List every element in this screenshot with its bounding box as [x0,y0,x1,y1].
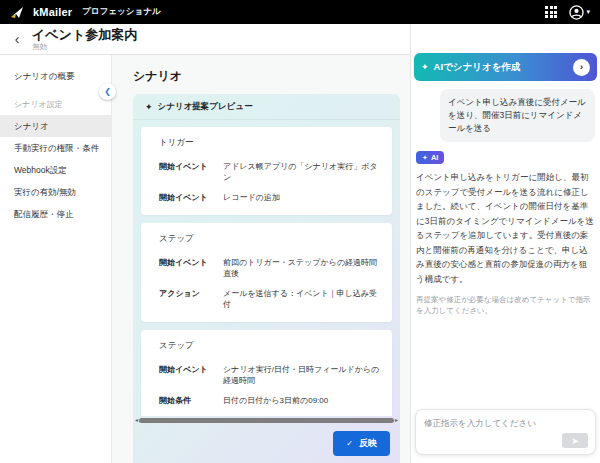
row-value: メールを送信する：イベント｜申し込み受付 [223,288,380,310]
collapse-panel-button[interactable]: › [573,59,590,76]
caret-down-icon: ▾ [586,8,590,16]
row-label: 開始イベント [159,192,223,203]
horizontal-scrollbar[interactable]: ◂ ▸ [133,416,400,425]
scroll-right-icon[interactable]: ▸ [395,416,398,425]
card-row: 開始条件 日付の日付から3日前の09:00 [159,395,380,406]
sidebar-collapse-button[interactable]: ❮ [99,83,116,100]
row-value: シナリオ実行/日付・日時フィールドからの経過時間 [223,364,380,386]
card-row: 開始イベント シナリオ実行/日付・日時フィールドからの経過時間 [159,364,380,386]
account-icon [569,5,584,20]
apps-grid-icon[interactable] [545,6,557,18]
top-app-bar: kMailer プロフェッショナル ▾ [0,0,600,24]
main-content: シナリオ ✦ シナリオ提案プレビュー トリガー 開始イベント アドレス帳アプリの… [112,55,410,463]
ai-assistant-panel: ✦ AIでシナリオを作成 › イベント申し込み直後に受付メールを送り、開催3日前… [410,24,600,463]
ai-panel-header[interactable]: ✦ AIでシナリオを作成 › [414,53,597,81]
card-row: 開始イベント アドレス帳アプリの「シナリオ実行」ボタン [159,161,380,183]
card-title: ステップ [159,340,380,352]
row-label: アクション [159,288,223,310]
row-value: アドレス帳アプリの「シナリオ実行」ボタン [223,161,380,183]
scrollbar-thumb[interactable] [139,418,394,423]
sidebar-item-exec-toggle[interactable]: 実行の有効/無効 [0,181,111,203]
row-value: レコードの追加 [223,192,280,203]
check-icon: ✓ [346,439,353,448]
send-icon: ➤ [571,436,579,446]
row-value: 前回のトリガー・ステップからの経過時間 直後 [223,257,377,279]
sidebar-item-scenario[interactable]: シナリオ [0,115,111,137]
chat-input-card: ➤ [415,409,596,455]
account-menu[interactable]: ▾ [569,5,590,20]
sidebar: シナリオの概要 シナリオ設定 シナリオ 手動実行の権限・条件 Webhook設定… [0,55,112,463]
scenario-preview-panel: ✦ シナリオ提案プレビュー トリガー 開始イベント アドレス帳アプリの「シナリオ… [133,94,400,463]
preview-panel-header: ✦ シナリオ提案プレビュー [133,94,400,120]
status-badge: 無効 [32,42,137,51]
apply-button[interactable]: ✓ 反映 [333,431,390,456]
apply-button-label: 反映 [359,437,377,450]
scenario-title: イベント参加案内 [32,28,137,42]
card-row: 開始イベント レコードの追加 [159,192,380,203]
brand-name: kMailer [33,6,72,18]
sidebar-item-webhook[interactable]: Webhook設定 [0,159,111,181]
ai-badge-label: AI [431,153,439,162]
row-label: 開始イベント [159,257,223,279]
sparkle-icon: ✦ [145,102,153,112]
step-card: ステップ 開始イベント シナリオ実行/日付・日時フィールドからの経過時間 開始条… [141,330,392,416]
preview-footer: ✓ 反映 [133,425,400,463]
user-message-bubble: イベント申し込み直後に受付メールを送り、開催3日前にリマインドメールを送る [440,89,595,142]
sidebar-item-delivery[interactable]: 配信履歴・停止 [0,203,111,225]
card-title: トリガー [159,137,380,149]
page-title: シナリオ [112,55,410,94]
plan-label: プロフェッショナル [82,6,160,18]
ai-panel-title: AIでシナリオを作成 [434,61,521,74]
scroll-left-icon[interactable]: ◂ [135,416,138,425]
sidebar-section-settings: シナリオ設定 [0,87,111,115]
preview-panel-title: シナリオ提案プレビュー [158,101,253,113]
card-row: 開始イベント 前回のトリガー・ステップからの経過時間 直後 [159,257,380,279]
preview-cards: トリガー 開始イベント アドレス帳アプリの「シナリオ実行」ボタン 開始イベント … [133,120,400,416]
sparkle-icon: ✦ [421,62,429,72]
card-title: ステップ [159,233,380,245]
ai-response-text: イベント申し込みをトリガーに開始し、最初のステップで受付メールを送る流れに修正し… [416,170,595,286]
chat-history: イベント申し込み直後に受付メールを送り、開催3日前にリマインドメールを送る ✦ … [414,81,597,403]
row-label: 開始イベント [159,364,223,386]
row-value: 日付の日付から3日前の09:00 [223,395,328,406]
card-row: アクション メールを送信する：イベント｜申し込み受付 [159,288,380,310]
trigger-card: トリガー 開始イベント アドレス帳アプリの「シナリオ実行」ボタン 開始イベント … [141,127,392,215]
send-button[interactable]: ➤ [562,433,588,448]
ai-badge: ✦ AI [416,151,444,164]
sidebar-item-overview[interactable]: シナリオの概要 [0,65,111,87]
sparkle-icon: ✦ [422,154,428,162]
kmailer-logo-icon [10,6,25,19]
sidebar-item-manual-exec[interactable]: 手動実行の権限・条件 [0,137,111,159]
row-label: 開始イベント [159,161,223,183]
step-card: ステップ 開始イベント 前回のトリガー・ステップからの経過時間 直後 アクション… [141,223,392,322]
ai-followup-note: 再提案や修正が必要な場合は改めてチャットで指示を入力してください。 [416,294,595,316]
row-label: 開始条件 [159,395,223,406]
back-button[interactable]: ‹ [8,30,26,48]
page-header: ‹ イベント参加案内 無効 [0,24,410,55]
